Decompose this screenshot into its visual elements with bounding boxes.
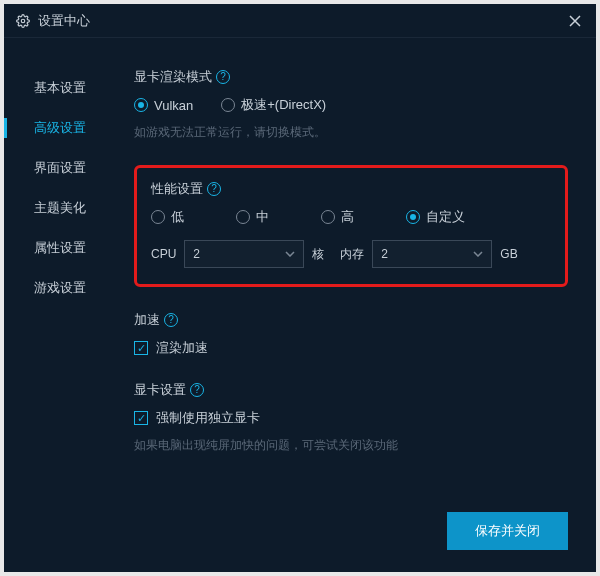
help-icon[interactable]: ? — [164, 313, 178, 327]
sidebar-item-label: 游戏设置 — [34, 279, 86, 297]
gear-icon — [16, 14, 30, 28]
sidebar-item-ui[interactable]: 界面设置 — [4, 148, 124, 188]
accel-checkbox-label: 渲染加速 — [156, 339, 208, 357]
radio-label: 极速+(DirectX) — [241, 96, 326, 114]
cpu-select[interactable]: 2 — [184, 240, 304, 268]
radio-vulkan[interactable]: Vulkan — [134, 98, 193, 113]
mem-label: 内存 — [340, 246, 364, 263]
footer: 保存并关闭 — [447, 512, 568, 550]
accel-section: 加速 ? 渲染加速 — [134, 311, 568, 357]
save-close-button[interactable]: 保存并关闭 — [447, 512, 568, 550]
radio-circle-icon — [151, 210, 165, 224]
radio-circle-icon — [236, 210, 250, 224]
save-close-label: 保存并关闭 — [475, 523, 540, 538]
sidebar-item-label: 高级设置 — [34, 119, 86, 137]
sidebar: 基本设置 高级设置 界面设置 主题美化 属性设置 游戏设置 — [4, 38, 124, 572]
radio-circle-icon — [321, 210, 335, 224]
radio-perf-low[interactable]: 低 — [151, 208, 184, 226]
sidebar-item-label: 基本设置 — [34, 79, 86, 97]
radio-circle-icon — [221, 98, 235, 112]
gpu-checkbox-row[interactable]: 强制使用独立显卡 — [134, 409, 568, 427]
sidebar-item-advanced[interactable]: 高级设置 — [4, 108, 124, 148]
render-mode-title: 显卡渲染模式 — [134, 68, 212, 86]
radio-perf-mid[interactable]: 中 — [236, 208, 269, 226]
svg-point-0 — [21, 19, 25, 23]
radio-directx[interactable]: 极速+(DirectX) — [221, 96, 326, 114]
gpu-hint: 如果电脑出现纯屏加快的问题，可尝试关闭该功能 — [134, 437, 568, 454]
chevron-down-icon — [285, 251, 295, 257]
render-mode-section: 显卡渲染模式 ? Vulkan 极速+(DirectX) 如游戏无法正常运行，请… — [134, 68, 568, 141]
accel-title: 加速 — [134, 311, 160, 329]
checkbox-icon — [134, 341, 148, 355]
radio-perf-custom[interactable]: 自定义 — [406, 208, 465, 226]
settings-window: 设置中心 基本设置 高级设置 界面设置 主题美化 属性设置 游戏设置 显卡渲染模… — [4, 4, 596, 572]
radio-label: 中 — [256, 208, 269, 226]
accel-checkbox-row[interactable]: 渲染加速 — [134, 339, 568, 357]
performance-section: 性能设置 ? 低 中 高 — [134, 165, 568, 287]
radio-label: Vulkan — [154, 98, 193, 113]
render-mode-hint: 如游戏无法正常运行，请切换模式。 — [134, 124, 568, 141]
sidebar-item-property[interactable]: 属性设置 — [4, 228, 124, 268]
gpu-checkbox-label: 强制使用独立显卡 — [156, 409, 260, 427]
sidebar-item-basic[interactable]: 基本设置 — [4, 68, 124, 108]
mem-select[interactable]: 2 — [372, 240, 492, 268]
sidebar-item-label: 主题美化 — [34, 199, 86, 217]
radio-label: 自定义 — [426, 208, 465, 226]
titlebar: 设置中心 — [4, 4, 596, 38]
radio-circle-icon — [134, 98, 148, 112]
help-icon[interactable]: ? — [190, 383, 204, 397]
close-icon[interactable] — [566, 12, 584, 30]
content-pane: 显卡渲染模式 ? Vulkan 极速+(DirectX) 如游戏无法正常运行，请… — [124, 38, 596, 572]
cpu-value: 2 — [193, 247, 200, 261]
radio-label: 低 — [171, 208, 184, 226]
sidebar-item-label: 属性设置 — [34, 239, 86, 257]
sidebar-item-theme[interactable]: 主题美化 — [4, 188, 124, 228]
checkbox-icon — [134, 411, 148, 425]
mem-value: 2 — [381, 247, 388, 261]
sidebar-item-label: 界面设置 — [34, 159, 86, 177]
radio-perf-high[interactable]: 高 — [321, 208, 354, 226]
chevron-down-icon — [473, 251, 483, 257]
mem-unit: GB — [500, 247, 517, 261]
help-icon[interactable]: ? — [216, 70, 230, 84]
window-title: 设置中心 — [38, 12, 90, 30]
help-icon[interactable]: ? — [207, 182, 221, 196]
gpu-section: 显卡设置 ? 强制使用独立显卡 如果电脑出现纯屏加快的问题，可尝试关闭该功能 — [134, 381, 568, 454]
cpu-label: CPU — [151, 247, 176, 261]
radio-label: 高 — [341, 208, 354, 226]
radio-circle-icon — [406, 210, 420, 224]
performance-title: 性能设置 — [151, 180, 203, 198]
sidebar-item-game[interactable]: 游戏设置 — [4, 268, 124, 308]
gpu-title: 显卡设置 — [134, 381, 186, 399]
cpu-unit: 核 — [312, 246, 324, 263]
